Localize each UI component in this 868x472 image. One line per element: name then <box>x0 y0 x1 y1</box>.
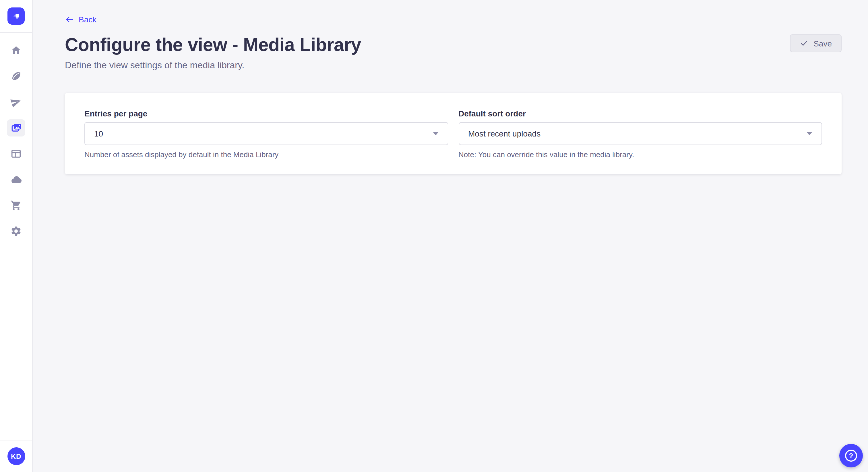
default-sort-order-label: Default sort order <box>458 109 822 118</box>
page-title: Configure the view - Media Library <box>65 33 361 56</box>
cloud-icon <box>10 173 22 186</box>
sidebar-nav <box>0 33 32 440</box>
save-label: Save <box>813 39 832 48</box>
layout-icon <box>10 148 22 160</box>
question-mark-icon: ? <box>845 450 857 462</box>
paper-plane-icon <box>10 96 22 108</box>
default-sort-order-value: Most recent uploads <box>468 129 540 138</box>
entries-per-page-value: 10 <box>94 129 103 138</box>
main-content: Back Configure the view - Media Library … <box>33 0 868 472</box>
entries-per-page-hint: Number of assets displayed by default in… <box>84 150 448 159</box>
user-avatar[interactable]: KD <box>7 447 25 465</box>
sidebar-item-feather[interactable] <box>7 68 25 85</box>
settings-card: Entries per page 10 Number of assets dis… <box>65 93 842 174</box>
strapi-logo-icon <box>11 11 21 21</box>
sidebar-footer: KD <box>0 440 32 472</box>
default-sort-order-field: Default sort order Most recent uploads N… <box>458 109 822 159</box>
gear-icon <box>10 225 22 237</box>
sidebar-item-home[interactable] <box>7 42 25 59</box>
default-sort-order-select[interactable]: Most recent uploads <box>458 122 822 145</box>
help-button[interactable]: ? <box>839 444 863 467</box>
entries-per-page-label: Entries per page <box>84 109 448 118</box>
sidebar-item-cloud[interactable] <box>7 171 25 188</box>
back-link[interactable]: Back <box>65 15 96 24</box>
back-label: Back <box>79 15 96 24</box>
sidebar-item-media-library[interactable] <box>7 119 25 136</box>
entries-per-page-select[interactable]: 10 <box>84 122 448 145</box>
default-sort-order-hint: Note: You can override this value in the… <box>458 150 822 159</box>
logo-section <box>0 0 32 33</box>
app-root: KD Back Configure the view - Media Libra… <box>0 0 868 472</box>
chevron-down-icon <box>807 132 812 135</box>
check-icon <box>800 39 808 47</box>
sidebar-item-paper-plane[interactable] <box>7 94 25 111</box>
home-icon <box>10 45 22 56</box>
feather-icon <box>10 71 22 82</box>
chevron-down-icon <box>433 132 438 135</box>
sidebar-item-gear[interactable] <box>7 223 25 240</box>
sidebar: KD <box>0 0 33 472</box>
media-library-icon <box>10 122 22 134</box>
sidebar-item-cart[interactable] <box>7 197 25 214</box>
strapi-logo[interactable] <box>7 7 25 25</box>
sidebar-item-layout[interactable] <box>7 145 25 162</box>
cart-icon <box>10 200 22 211</box>
arrow-left-icon <box>65 15 74 24</box>
page-header: Configure the view - Media Library Save <box>65 33 842 56</box>
entries-per-page-field: Entries per page 10 Number of assets dis… <box>84 109 448 159</box>
page-subtitle: Define the view settings of the media li… <box>65 60 842 71</box>
save-button[interactable]: Save <box>790 34 842 52</box>
